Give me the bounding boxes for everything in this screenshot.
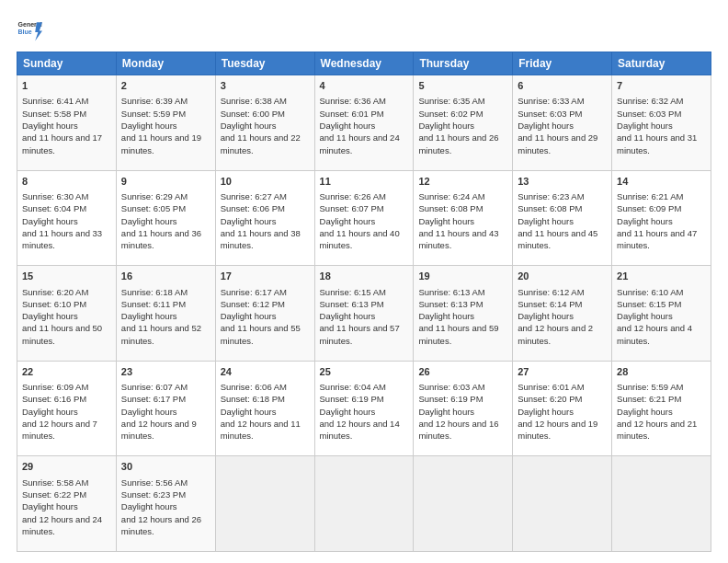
day-number: 23 [121, 365, 210, 379]
day-header-wednesday: Wednesday [314, 52, 414, 75]
day-header-tuesday: Tuesday [215, 52, 314, 75]
logo: General Blue [17, 17, 42, 42]
day-number: 22 [22, 365, 111, 379]
day-number: 30 [121, 460, 210, 474]
day-header-thursday: Thursday [414, 52, 513, 75]
calendar-cell: 21Sunrise: 6:10 AMSunset: 6:15 PMDayligh… [612, 266, 711, 362]
calendar-cell: 9Sunrise: 6:29 AMSunset: 6:05 PMDaylight… [116, 170, 215, 266]
calendar-cell: 30Sunrise: 5:56 AMSunset: 6:23 PMDayligh… [116, 456, 215, 552]
calendar-cell: 15Sunrise: 6:20 AMSunset: 6:10 PMDayligh… [17, 266, 117, 362]
day-number: 25 [320, 365, 409, 379]
day-header-saturday: Saturday [612, 52, 711, 75]
day-header-monday: Monday [116, 52, 215, 75]
calendar-cell: 24Sunrise: 6:06 AMSunset: 6:18 PMDayligh… [215, 361, 314, 456]
day-number: 11 [320, 175, 409, 189]
calendar-cell [612, 456, 711, 552]
calendar-cell: 26Sunrise: 6:03 AMSunset: 6:19 PMDayligh… [414, 361, 513, 456]
calendar-cell: 18Sunrise: 6:15 AMSunset: 6:13 PMDayligh… [314, 266, 414, 362]
day-number: 27 [518, 365, 607, 379]
calendar-cell: 20Sunrise: 6:12 AMSunset: 6:14 PMDayligh… [513, 266, 612, 362]
calendar-cell: 29Sunrise: 5:58 AMSunset: 6:22 PMDayligh… [17, 456, 117, 552]
day-header-sunday: Sunday [17, 52, 117, 75]
calendar-cell: 5Sunrise: 6:35 AMSunset: 6:02 PMDaylight… [414, 75, 513, 171]
logo-icon: General Blue [17, 17, 42, 42]
calendar-cell: 7Sunrise: 6:32 AMSunset: 6:03 PMDaylight… [612, 75, 711, 171]
day-number: 2 [121, 79, 210, 93]
day-number: 9 [121, 175, 210, 189]
day-number: 18 [320, 270, 409, 283]
calendar-cell: 17Sunrise: 6:17 AMSunset: 6:12 PMDayligh… [215, 266, 314, 362]
calendar-cell [513, 456, 612, 552]
calendar-cell: 1Sunrise: 6:41 AMSunset: 5:58 PMDaylight… [17, 75, 117, 171]
day-number: 5 [418, 79, 507, 93]
calendar-cell [314, 456, 414, 552]
calendar-cell: 2Sunrise: 6:39 AMSunset: 5:59 PMDaylight… [116, 75, 215, 171]
calendar-table: SundayMondayTuesdayWednesdayThursdayFrid… [17, 52, 711, 552]
day-number: 3 [221, 79, 310, 93]
day-number: 4 [320, 79, 409, 93]
calendar-cell [414, 456, 513, 552]
calendar-cell: 11Sunrise: 6:26 AMSunset: 6:07 PMDayligh… [314, 170, 414, 266]
day-number: 17 [221, 270, 310, 283]
calendar-cell: 27Sunrise: 6:01 AMSunset: 6:20 PMDayligh… [513, 361, 612, 456]
day-number: 8 [22, 175, 111, 189]
calendar-cell: 8Sunrise: 6:30 AMSunset: 6:04 PMDaylight… [17, 170, 117, 266]
calendar-cell: 13Sunrise: 6:23 AMSunset: 6:08 PMDayligh… [513, 170, 612, 266]
day-number: 12 [418, 175, 507, 189]
day-number: 29 [22, 460, 111, 474]
calendar-cell: 6Sunrise: 6:33 AMSunset: 6:03 PMDaylight… [513, 75, 612, 171]
day-number: 16 [121, 270, 210, 283]
calendar-cell: 3Sunrise: 6:38 AMSunset: 6:00 PMDaylight… [215, 75, 314, 171]
day-number: 6 [518, 79, 607, 93]
day-number: 28 [617, 365, 706, 379]
day-number: 13 [518, 175, 607, 189]
calendar-cell: 4Sunrise: 6:36 AMSunset: 6:01 PMDaylight… [314, 75, 414, 171]
calendar-cell [215, 456, 314, 552]
day-header-friday: Friday [513, 52, 612, 75]
svg-text:Blue: Blue [18, 29, 32, 35]
calendar-cell: 10Sunrise: 6:27 AMSunset: 6:06 PMDayligh… [215, 170, 314, 266]
day-number: 26 [418, 365, 507, 379]
day-number: 19 [418, 270, 507, 283]
calendar-cell: 22Sunrise: 6:09 AMSunset: 6:16 PMDayligh… [17, 361, 117, 456]
day-number: 20 [518, 270, 607, 283]
calendar-cell: 12Sunrise: 6:24 AMSunset: 6:08 PMDayligh… [414, 170, 513, 266]
day-number: 15 [22, 270, 111, 283]
day-number: 21 [617, 270, 706, 283]
day-number: 1 [22, 79, 111, 93]
day-number: 14 [617, 175, 706, 189]
calendar-cell: 28Sunrise: 5:59 AMSunset: 6:21 PMDayligh… [612, 361, 711, 456]
calendar-cell: 16Sunrise: 6:18 AMSunset: 6:11 PMDayligh… [116, 266, 215, 362]
day-number: 24 [221, 365, 310, 379]
calendar-cell: 14Sunrise: 6:21 AMSunset: 6:09 PMDayligh… [612, 170, 711, 266]
calendar-cell: 25Sunrise: 6:04 AMSunset: 6:19 PMDayligh… [314, 361, 414, 456]
day-number: 7 [617, 79, 706, 93]
day-number: 10 [221, 175, 310, 189]
calendar-cell: 23Sunrise: 6:07 AMSunset: 6:17 PMDayligh… [116, 361, 215, 456]
calendar-cell: 19Sunrise: 6:13 AMSunset: 6:13 PMDayligh… [414, 266, 513, 362]
